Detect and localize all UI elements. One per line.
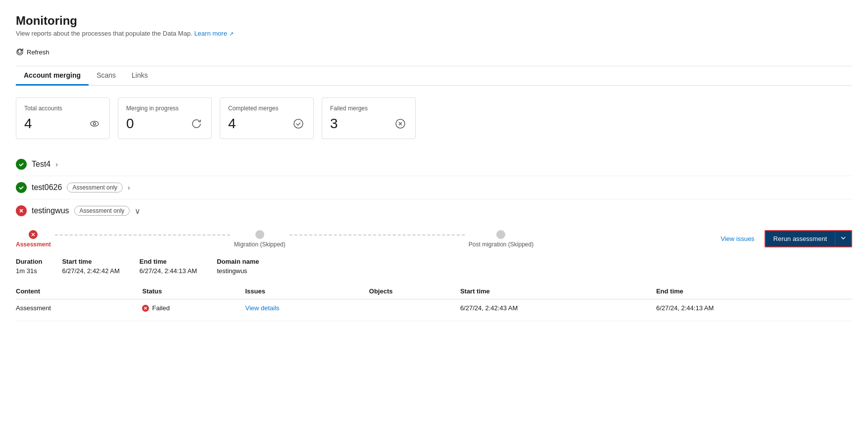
step-assessment: Assessment [16, 230, 51, 248]
metric-merging-value: 0 [126, 116, 134, 132]
col-content: Content [16, 284, 142, 299]
metric-total-accounts-label: Total accounts [24, 105, 101, 112]
metric-total-accounts: Total accounts 4 [16, 97, 110, 139]
cell-issues: View details [245, 299, 369, 317]
step-migration-label: Migration (Skipped) [234, 241, 286, 248]
data-table-section: Content Status Issues Objects Start time… [16, 284, 852, 317]
tab-scans[interactable]: Scans [89, 66, 124, 86]
col-status: Status [142, 284, 245, 299]
progress-track: Assessment Migration (Skipped) Post [16, 230, 852, 248]
metric-completed-merges: Completed merges 4 [220, 97, 314, 139]
domain-name-label: Domain name [217, 258, 259, 265]
metric-total-accounts-value: 4 [24, 116, 32, 132]
accounts-list: Test4 › test0626 Assessment only › testi… [16, 153, 852, 321]
account-testingwus-name: testingwus [32, 206, 69, 215]
cell-end-time: 6/27/24, 2:44:13 AM [656, 299, 852, 317]
rerun-button-group: Rerun assessment [765, 230, 852, 247]
svg-point-2 [294, 119, 303, 128]
domain-name-value: testingwus [217, 267, 259, 275]
svg-point-0 [91, 121, 98, 126]
tab-bar: Account merging Scans Links [16, 66, 852, 86]
chevron-down-icon [840, 235, 846, 241]
action-area: View issues Rerun assessment [709, 230, 852, 247]
detail-end-time: End time 6/27/24, 2:44:13 AM [140, 258, 197, 275]
testingwus-expanded: Assessment Migration (Skipped) Post [16, 222, 852, 321]
step-line-2 [289, 235, 465, 236]
account-test0626-chevron[interactable]: › [128, 184, 130, 191]
account-test0626-name: test0626 [32, 183, 62, 192]
cell-objects [369, 299, 460, 317]
start-time-label: Start time [62, 258, 119, 265]
x-circle-icon [393, 117, 407, 131]
account-row-test4: Test4 › [16, 153, 852, 176]
svg-point-1 [94, 123, 96, 125]
account-row-testingwus: testingwus Assessment only ∨ [16, 199, 852, 222]
cell-start-time: 6/27/24, 2:42:43 AM [460, 299, 656, 317]
refresh-label: Refresh [27, 48, 49, 56]
duration-label: Duration [16, 258, 42, 265]
rerun-dropdown-button[interactable] [835, 231, 851, 246]
account-testingwus-chevron[interactable]: ∨ [135, 206, 141, 216]
cell-content: Assessment [16, 299, 142, 317]
step-post-migration: Post migration (Skipped) [469, 230, 533, 248]
col-start-time: Start time [460, 284, 656, 299]
metric-failed-value: 3 [330, 116, 338, 132]
metric-merging-in-progress: Merging in progress 0 [118, 97, 212, 139]
step-migration-dot [255, 230, 264, 239]
assessment-table: Content Status Issues Objects Start time… [16, 284, 852, 317]
view-issues-link[interactable]: View issues [721, 235, 754, 242]
account-test4-status-icon [16, 159, 27, 170]
metric-completed-label: Completed merges [228, 105, 305, 112]
step-post-migration-label: Post migration (Skipped) [469, 241, 533, 248]
main-container: Monitoring View reports about the proces… [0, 0, 868, 428]
step-line-1 [55, 235, 230, 236]
detail-duration: Duration 1m 31s [16, 258, 42, 275]
table-row: Assessment Failed [16, 299, 852, 317]
metrics-row: Total accounts 4 Merging in progress 0 [16, 97, 852, 139]
sync-icon [190, 117, 203, 131]
cell-status: Failed [142, 299, 245, 317]
metric-merging-label: Merging in progress [126, 105, 203, 112]
account-section-testingwus: testingwus Assessment only ∨ Assessment [16, 199, 852, 321]
metric-failed-label: Failed merges [330, 105, 407, 112]
tab-account-merging[interactable]: Account merging [16, 66, 89, 86]
refresh-button[interactable]: Refresh [16, 46, 49, 58]
col-issues: Issues [245, 284, 369, 299]
step-migration: Migration (Skipped) [234, 230, 286, 248]
tab-links[interactable]: Links [124, 66, 156, 86]
step-post-migration-dot [496, 230, 505, 239]
step-assessment-dot [29, 230, 38, 239]
learn-more-link[interactable]: Learn more [194, 30, 227, 37]
duration-value: 1m 31s [16, 267, 42, 275]
start-time-value: 6/27/24, 2:42:42 AM [62, 267, 119, 275]
page-title: Monitoring [16, 14, 852, 28]
external-link-icon: ↗ [229, 31, 234, 37]
account-testingwus-status-icon [16, 205, 27, 216]
failed-dot [142, 305, 149, 312]
step-assessment-label: Assessment [16, 241, 51, 248]
metric-completed-value: 4 [228, 116, 236, 132]
refresh-icon [16, 48, 24, 56]
account-test0626-status-icon [16, 182, 27, 193]
rerun-assessment-button[interactable]: Rerun assessment [766, 231, 835, 246]
account-test4-chevron[interactable]: › [55, 160, 58, 168]
account-test0626-badge: Assessment only [67, 183, 123, 192]
end-time-label: End time [140, 258, 197, 265]
view-details-link[interactable]: View details [245, 304, 279, 312]
detail-domain-name: Domain name testingwus [217, 258, 259, 275]
failed-status: Failed [142, 304, 239, 312]
eye-icon [88, 117, 101, 131]
metric-failed-merges: Failed merges 3 [322, 97, 416, 139]
col-end-time: End time [656, 284, 852, 299]
col-objects: Objects [369, 284, 460, 299]
failed-label: Failed [152, 304, 169, 312]
detail-start-time: Start time 6/27/24, 2:42:42 AM [62, 258, 119, 275]
detail-info-row: Duration 1m 31s Start time 6/27/24, 2:42… [16, 258, 852, 275]
end-time-value: 6/27/24, 2:44:13 AM [140, 267, 197, 275]
account-testingwus-badge: Assessment only [74, 206, 130, 216]
page-subtitle: View reports about the processes that po… [16, 30, 852, 37]
account-test4-name: Test4 [32, 160, 50, 169]
account-row-test0626: test0626 Assessment only › [16, 176, 852, 199]
check-circle-icon [291, 117, 305, 131]
